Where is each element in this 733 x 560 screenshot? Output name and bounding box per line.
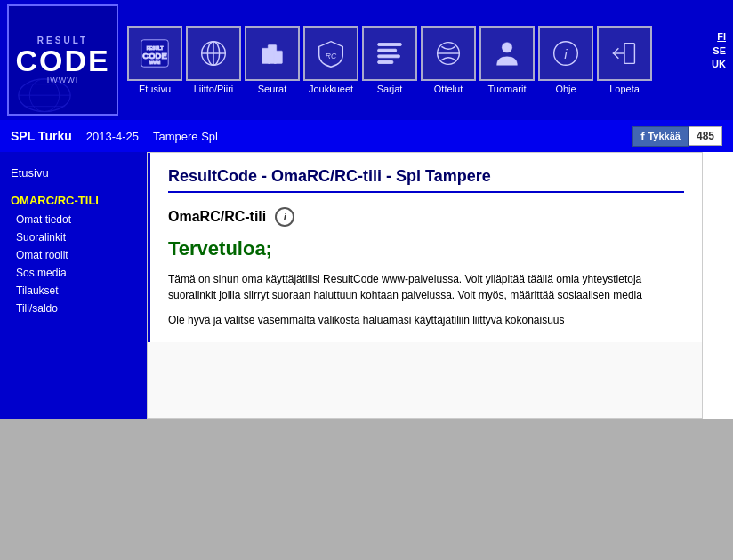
svg-text:CODE: CODE	[142, 51, 166, 60]
svg-rect-18	[378, 49, 397, 52]
club-name: SPL Turku	[11, 129, 72, 143]
nav-area: RESULT CODE IWWWI Etusivu	[118, 26, 705, 94]
lang-uk[interactable]: UK	[712, 58, 726, 71]
svg-rect-19	[378, 55, 400, 58]
svg-text:RC: RC	[326, 52, 337, 60]
nav-lopeta-icon-box	[597, 26, 652, 81]
nav-lopeta-label: Lopeta	[609, 84, 640, 94]
sidebar: Etusivu OMARC/RC-TILI Omat tiedot Suoral…	[0, 152, 147, 419]
sidebar-sos-media[interactable]: Sos.media	[0, 264, 147, 282]
section-header: OmaRC/RC-tili i	[168, 207, 684, 227]
page-title: ResultCode - OmaRC/RC-tili - Spl Tampere	[168, 167, 684, 193]
sidebar-omat-tiedot[interactable]: Omat tiedot	[0, 211, 147, 228]
logo-code: CODE	[15, 45, 109, 76]
nav-etusivu-icon-box: RESULT CODE IWWWI	[127, 26, 182, 81]
main-layout: Etusivu OMARC/RC-TILI Omat tiedot Suoral…	[0, 152, 733, 419]
section-title: OmaRC/RC-tili	[168, 209, 266, 225]
svg-text:IWWWI: IWWWI	[149, 61, 161, 65]
sidebar-etusivu[interactable]: Etusivu	[0, 161, 147, 185]
nav-tuomarit-icon-box	[479, 26, 535, 81]
sidebar-section-title: OMARC/RC-TILI	[0, 185, 147, 211]
second-bar: SPL Turku 2013-4-25 Tampere Spl f Tykkää…	[0, 120, 733, 152]
fb-like-button[interactable]: f Tykkää	[632, 126, 689, 147]
lang-area: FI SE UK	[712, 30, 726, 89]
nav-ohje-label: Ohje	[555, 84, 576, 94]
fb-area: f Tykkää 485	[632, 126, 722, 147]
sidebar-tilaukset[interactable]: Tilaukset	[0, 282, 147, 300]
nav-seurat-icon-box	[245, 26, 300, 81]
welcome-heading: Tervetuloa;	[168, 237, 684, 260]
sidebar-tili-saldo[interactable]: Tili/saldo	[0, 300, 147, 317]
nav-seurat-label: Seurat	[258, 84, 286, 94]
nav-sarjat-icon-box	[362, 26, 417, 81]
sidebar-omat-roolit[interactable]: Omat roolit	[0, 246, 147, 264]
content-wrapper: ResultCode - OmaRC/RC-tili - Spl Tampere…	[147, 152, 703, 419]
lang-fi[interactable]: FI	[717, 30, 726, 44]
nav-joukkueet[interactable]: RC Joukkueet	[303, 26, 358, 94]
nav-liitto[interactable]: Liitto/Piiri	[186, 26, 241, 94]
nav-joukkueet-icon-box: RC	[303, 26, 358, 81]
nav-ottelut[interactable]: Ottelut	[421, 26, 476, 94]
nav-sarjat-label: Sarjat	[377, 84, 403, 94]
date-info: 2013-4-25	[86, 130, 139, 143]
nav-lopeta[interactable]: Lopeta	[597, 26, 652, 94]
nav-liitto-icon-box	[186, 26, 241, 81]
nav-ottelut-icon-box	[421, 26, 476, 81]
nav-ottelut-label: Ottelut	[434, 84, 463, 94]
content: ResultCode - OmaRC/RC-tili - Spl Tampere…	[148, 153, 702, 342]
nav-ohje[interactable]: i Ohje	[538, 26, 593, 94]
logo-box[interactable]: RESULT CODE IWWWI	[7, 4, 118, 116]
svg-point-23	[502, 43, 511, 52]
nav-icons: RESULT CODE IWWWI Etusivu	[127, 26, 705, 94]
nav-joukkueet-label: Joukkueet	[309, 84, 353, 94]
nav-tuomarit[interactable]: Tuomarit	[479, 26, 535, 94]
info-icon[interactable]: i	[275, 207, 294, 227]
sidebar-suoralinkit[interactable]: Suoralinkit	[0, 228, 147, 246]
header: RESULT CODE IWWWI RESULT CODE	[0, 0, 733, 120]
nav-etusivu-label: Etusivu	[139, 84, 171, 94]
nav-liitto-label: Liitto/Piiri	[194, 84, 234, 94]
desc-text: Tämä on sinun oma käyttäjätilisi ResultC…	[168, 271, 684, 303]
svg-rect-15	[274, 51, 283, 63]
fb-count: 485	[689, 126, 722, 146]
club-context: Tampere Spl	[153, 130, 218, 143]
lang-se[interactable]: SE	[713, 44, 726, 58]
fb-icon: f	[640, 130, 644, 143]
nav-ohje-icon-box: i	[538, 26, 593, 81]
nav-etusivu[interactable]: RESULT CODE IWWWI Etusivu	[127, 26, 182, 94]
hint-text: Ole hyvä ja valitse vasemmalta valikosta…	[168, 312, 684, 328]
nav-tuomarit-label: Tuomarit	[488, 84, 527, 94]
svg-text:i: i	[564, 46, 568, 61]
fb-label: Tykkää	[648, 131, 681, 141]
svg-rect-26	[624, 44, 634, 64]
nav-sarjat[interactable]: Sarjat	[362, 26, 417, 94]
svg-rect-17	[378, 44, 402, 46]
nav-seurat[interactable]: Seurat	[245, 26, 300, 94]
svg-rect-20	[378, 61, 393, 64]
